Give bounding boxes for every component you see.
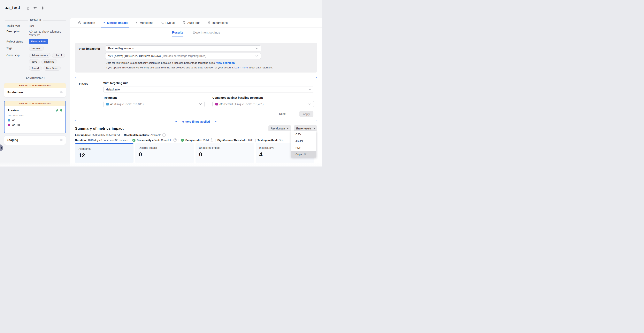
tab-label: Definition [83, 21, 95, 24]
menu-item-csv[interactable]: CSV [291, 131, 316, 138]
star-icon[interactable] [33, 6, 37, 10]
owner-chip[interactable]: New Team [44, 66, 61, 70]
tags-row: Tags backend [6, 46, 66, 51]
baseline-select[interactable]: off (Default | Unique users: 315,461) [212, 101, 314, 107]
menu-item-json[interactable]: JSON [291, 138, 316, 144]
sidebar-expand-handle[interactable] [0, 144, 3, 151]
sample-ratio-value: Valid [203, 138, 209, 142]
targeting-rule-select[interactable]: default rule [103, 86, 314, 92]
environment-name: Preview [8, 108, 19, 112]
tag-chip[interactable]: backend [29, 46, 44, 51]
live-tail-icon [160, 21, 164, 24]
tab-definition[interactable]: Definition [78, 18, 95, 27]
version-note: Data for this version is automatically c… [106, 62, 235, 64]
help-icon: ? [210, 138, 213, 142]
treatment-on-swatch [8, 119, 10, 122]
card-label: Desired impact [139, 146, 194, 149]
production-environment-banner: PRODUCTION ENVIRONMENT [4, 101, 66, 106]
environment-card-production[interactable]: PRODUCTION ENVIRONMENT Production [4, 83, 66, 98]
menu-item-pdf[interactable]: PDF [291, 144, 316, 151]
tab-live-tail[interactable]: Live tail [160, 18, 176, 27]
rollout-status-badge[interactable]: External Beta [29, 39, 48, 44]
details-section-label: DETAILS [30, 19, 41, 22]
details-rows: Traffic type user Description A/A test t… [6, 24, 66, 73]
subtab-results[interactable]: Results [172, 31, 184, 36]
metric-card-desired-impact[interactable]: Desired impact 0 [135, 143, 194, 163]
treatment-row-off: off [8, 124, 66, 126]
menu-item-copy-url[interactable]: Copy URL [291, 151, 316, 158]
help-icon: ? [174, 138, 177, 142]
details-section-header: DETAILS [5, 19, 66, 22]
treatment-on-swatch [106, 103, 109, 106]
sample-ratio-label: Sample ratio: [185, 138, 202, 142]
treatment-label: Treatment [103, 96, 117, 99]
view-definition-link[interactable]: View definition [216, 62, 235, 64]
owner-chip[interactable]: dave [29, 59, 40, 64]
chevron-down-icon [308, 103, 311, 105]
testing-method-value: Seq [279, 138, 284, 142]
card-label: Undesired impact [199, 146, 254, 149]
learn-more-link[interactable]: Learn more [234, 66, 248, 69]
treatment-row-on: on [8, 118, 66, 122]
tab-metrics-impact[interactable]: Metrics impact [102, 18, 128, 27]
select-value: V21 (Active) (10/03/2022 04:59PM To Now) [108, 54, 161, 58]
subtab-experiment-settings[interactable]: Experiment settings [193, 31, 220, 36]
tab-integrations[interactable]: Integrations [208, 18, 228, 27]
traffic-type-label: Traffic type [6, 24, 29, 28]
treatment-select[interactable]: on (Unique users: 316,341) [103, 101, 205, 107]
tab-label: Audit logs [188, 21, 200, 24]
owner-chip[interactable]: bilal+1 [52, 53, 65, 58]
recalculate-button[interactable]: Recalculate [268, 125, 291, 132]
owner-chip[interactable]: Administrators [29, 53, 50, 58]
more-filters-link[interactable]: 0 more filters applied [182, 120, 210, 123]
filters-section: Filters With targeting rule default rule… [75, 77, 317, 121]
ownership-row: Ownership Administrators bilal+1 dave ch… [6, 53, 66, 70]
testing-method-label: Testing method: [258, 138, 278, 142]
environment-name: Staging [8, 138, 18, 142]
gear-icon[interactable] [41, 6, 45, 10]
card-value: 0 [199, 151, 254, 158]
environment-card-preview[interactable]: PRODUCTION ENVIRONMENT Preview ⇄ TREATME… [4, 100, 66, 133]
chevron-down-icon [175, 121, 177, 122]
share-results-button[interactable]: Share results [294, 125, 317, 132]
owner-chip[interactable]: channing [41, 59, 57, 64]
divider: | [255, 138, 256, 142]
arrow-right-icon [1, 146, 2, 149]
impact-type-select[interactable]: Feature flag versions [105, 46, 261, 51]
check-circle-icon: ✓ [181, 138, 184, 142]
definition-icon [78, 21, 81, 24]
metric-card-all-metrics[interactable]: All metrics 12 [75, 143, 134, 163]
integrations-icon [208, 21, 211, 24]
select-value: Feature flag versions [108, 47, 134, 50]
chevron-down-icon [256, 55, 258, 57]
tab-monitoring[interactable]: Monitoring [135, 18, 154, 27]
chevron-down-icon [256, 48, 258, 49]
tab-label: Monitoring [140, 21, 154, 24]
tab-bar: Definition Metrics impact Monitoring Liv… [70, 18, 322, 28]
note-text: Data for this version is automatically c… [106, 62, 216, 64]
seasonality-value: Complete [161, 138, 172, 142]
apply-button[interactable]: Apply [300, 111, 314, 117]
select-value-suffix: (Unique users: 316,341) [114, 102, 144, 106]
select-value: on [110, 102, 114, 106]
app-window: aa_test DETAILS Traffic type user Descri… [0, 0, 322, 166]
environment-card-staging[interactable]: Staging [4, 136, 66, 145]
treatment-name: off [12, 124, 15, 126]
more-filters-row: 0 more filters applied [75, 120, 317, 123]
filters-label: Filters [79, 82, 88, 86]
metric-card-undesired-impact[interactable]: Undesired impact 0 [196, 143, 254, 163]
button-label: Share results [296, 127, 312, 130]
treatments-label: TREATMENTS [8, 114, 66, 117]
environment-section-label: ENVIRONMENT [26, 76, 45, 79]
reset-button[interactable]: Reset [279, 112, 286, 116]
copy-icon[interactable] [26, 6, 30, 10]
owner-chip[interactable]: Team1 [29, 66, 42, 70]
card-value: 12 [78, 152, 134, 159]
duration-row: Duration: 1013 days 8 hours and 33 minut… [75, 138, 284, 142]
rollout-status-label: Rollout status [6, 39, 29, 44]
seasonality-label: Seasonality effect: [137, 138, 160, 142]
divider: | [122, 134, 122, 136]
tab-audit-logs[interactable]: Audit logs [183, 18, 200, 27]
version-select[interactable]: V21 (Active) (10/03/2022 04:59PM To Now)… [105, 53, 261, 59]
recalculate-metrics-label: Recalculate metrics: [124, 134, 150, 136]
